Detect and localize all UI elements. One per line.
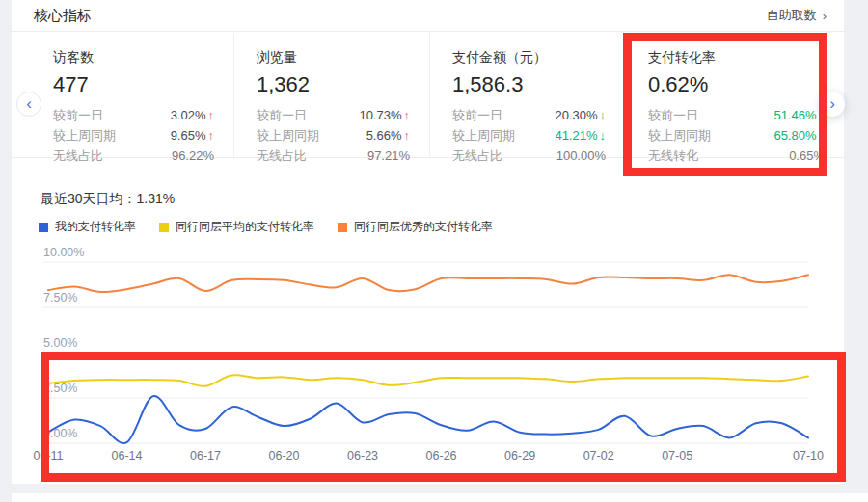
metric-row: 较上周同期 5.66%↑ [257,125,410,145]
next-panel-edge [12,493,868,502]
metric-row: 无线转化 0.65% [648,145,825,166]
metric-card-pageviews[interactable]: 浏览量 1,362 较前一日 10.73%↑ 较上周同期 5.66%↑ 无线占比… [233,33,429,157]
row-value: 0.65% [789,148,825,163]
metric-card-conversion-rate[interactable]: 支付转化率 0.62% 较前一日 51.46%↓ 较上周同期 65.80%↓ 无… [625,33,844,157]
svg-text:06-14: 06-14 [112,449,143,462]
svg-text:06-26: 06-26 [426,449,457,462]
chart-legend: 我的支付转化率 同行同层平均的支付转化率 同行同层优秀的支付转化率 [39,219,493,235]
carousel-prev-button[interactable]: ‹ [16,92,41,117]
legend-label: 同行同层平均的支付转化率 [176,219,314,235]
row-value: 5.66% [366,128,402,143]
row-label: 较上周同期 [452,127,515,145]
metric-value: 0.62% [648,72,825,97]
svg-text:5.00%: 5.00% [43,336,77,350]
metric-title: 浏览量 [257,49,410,66]
row-label: 较上周同期 [53,127,116,145]
legend-label: 同行同层优秀的支付转化率 [354,219,493,235]
svg-text:06-29: 06-29 [504,449,535,462]
row-label: 较前一日 [53,107,103,124]
metric-title: 支付金额（元） [452,49,606,66]
row-value: 51.46% [773,108,816,122]
metric-row: 较前一日 3.02%↑ [53,105,214,125]
row-label: 无线占比 [452,147,502,165]
row-label: 无线转化 [648,147,698,165]
up-arrow-icon: ↑ [208,108,215,122]
metric-cards-row: 访客数 477 较前一日 3.02%↑ 较上周同期 9.65%↑ 无线占比 96… [12,33,844,158]
row-value: 97.21% [367,148,410,163]
legend-swatch-yellow [159,223,169,232]
metric-card-payment-amount[interactable]: 支付金额（元） 1,586.3 较前一日 20.30%↓ 较上周同期 41.21… [429,33,625,157]
row-value: 100.00% [556,148,606,163]
row-label: 较前一日 [452,107,502,124]
metric-row: 无线占比 100.00% [452,145,606,166]
self-service-data-label: 自助取数 [767,7,817,24]
right-gutter [844,0,868,502]
svg-text:06-17: 06-17 [190,449,221,462]
row-label: 无线占比 [257,147,307,165]
metric-row: 无线占比 96.22% [53,145,214,166]
down-arrow-icon: ↓ [600,128,607,143]
self-service-data-link[interactable]: 自助取数 › [767,7,827,24]
row-value: 65.80% [773,128,816,143]
metric-row: 较上周同期 41.21%↓ [452,125,606,145]
metric-title: 支付转化率 [648,49,825,66]
row-label: 较前一日 [648,107,698,124]
metric-row: 较上周同期 9.65%↑ [53,125,214,145]
svg-text:0.00%: 0.00% [43,427,77,440]
metric-row: 较前一日 51.46%↓ [648,105,825,125]
row-value: 9.65% [171,128,206,143]
down-arrow-icon: ↓ [819,128,826,143]
row-value: 41.21% [555,128,597,143]
up-arrow-icon: ↑ [208,128,215,143]
dashboard-page: 核心指标 自助取数 › 访客数 477 较前一日 3.02%↑ 较上周同期 9.… [0,0,868,502]
row-label: 较上周同期 [257,127,319,145]
row-value: 20.30% [555,108,597,122]
metric-value: 477 [53,72,214,97]
legend-label: 我的支付转化率 [55,219,136,235]
metric-title: 访客数 [53,49,214,66]
svg-text:06-23: 06-23 [347,449,378,462]
up-arrow-icon: ↑ [404,108,411,122]
metric-value: 1,362 [257,72,410,97]
svg-text:06-20: 06-20 [269,449,300,462]
legend-item-peer-excellent[interactable]: 同行同层优秀的支付转化率 [338,219,493,235]
metric-card-visitors[interactable]: 访客数 477 较前一日 3.02%↑ 较上周同期 9.65%↑ 无线占比 96… [12,33,233,157]
legend-swatch-orange [338,223,347,232]
chevron-right-icon: › [823,9,827,23]
legend-item-peer-average[interactable]: 同行同层平均的支付转化率 [159,219,314,235]
row-value: 10.73% [359,108,401,122]
svg-text:07-02: 07-02 [583,449,614,462]
legend-swatch-blue [39,223,48,232]
metric-row: 较上周同期 65.80%↓ [648,125,825,145]
svg-text:10.00%: 10.00% [43,246,84,259]
svg-text:06-11: 06-11 [33,449,63,462]
row-value: 3.02% [171,108,206,122]
up-arrow-icon: ↑ [404,128,411,143]
row-label: 无线占比 [53,147,103,165]
svg-text:7.50%: 7.50% [43,291,77,304]
row-label: 较上周同期 [648,127,711,145]
panel-header: 核心指标 自助取数 › [12,0,844,32]
carousel-next-button[interactable]: › [820,92,845,117]
metric-row: 较前一日 20.30%↓ [452,105,606,125]
legend-item-my-conversion[interactable]: 我的支付转化率 [39,219,136,235]
row-value: 96.22% [172,148,214,163]
down-arrow-icon: ↓ [600,108,607,122]
metric-value: 1,586.3 [452,72,606,97]
chart-title: 最近30天日均：1.31% [41,191,175,208]
svg-text:07-05: 07-05 [662,449,692,462]
conversion-trend-chart[interactable]: 0.00%2.50%5.00%7.50%10.00%06-1106-1406-1… [0,236,849,477]
metric-row: 无线占比 97.21% [257,145,410,166]
row-label: 较前一日 [257,107,307,124]
metric-row: 较前一日 10.73%↑ [257,105,410,125]
panel-title: 核心指标 [34,7,92,25]
svg-text:07-10: 07-10 [793,449,824,462]
